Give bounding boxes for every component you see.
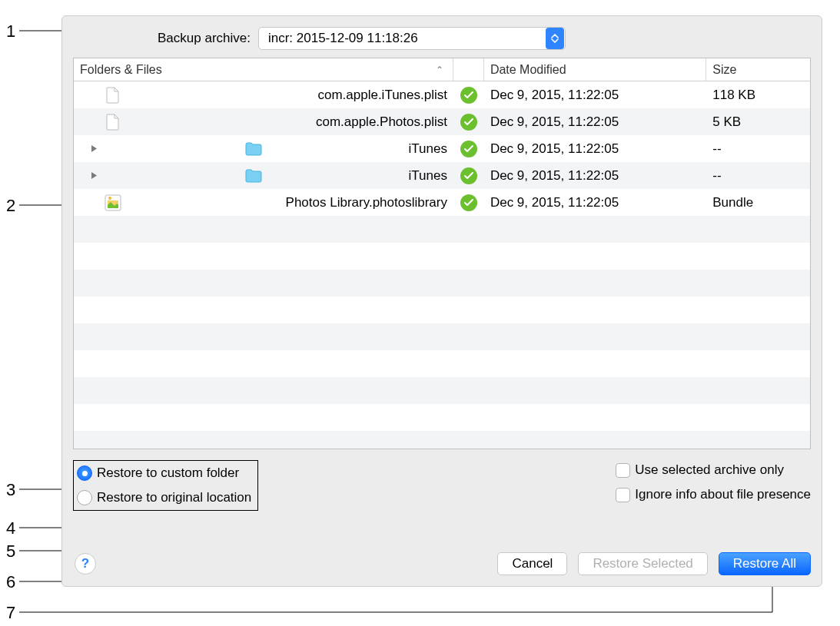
- file-name: com.apple.Photos.plist: [316, 114, 447, 130]
- callout-4: 4: [6, 518, 15, 538]
- cell-name: Photos Library.photoslibrary: [74, 189, 453, 216]
- callout-3: 3: [6, 480, 15, 500]
- file-table: Folders & Files ⌃ Date Modified Size com…: [73, 58, 811, 449]
- cell-name: iTunes: [74, 162, 453, 189]
- cell-size: --: [706, 135, 810, 162]
- file-icon: [105, 114, 121, 131]
- cell-status: [453, 108, 484, 135]
- callout-2: 2: [6, 196, 15, 216]
- restore-all-button[interactable]: Restore All: [719, 552, 811, 575]
- cell-date: Dec 9, 2015, 11:22:05: [484, 135, 706, 162]
- archive-select[interactable]: incr: 2015-12-09 11:18:26: [258, 27, 566, 50]
- empty-row: [74, 270, 810, 296]
- help-button[interactable]: ?: [75, 553, 96, 575]
- disclosure-triangle-icon[interactable]: [89, 144, 98, 153]
- column-header-date-label: Date Modified: [490, 63, 566, 77]
- archive-label: Backup archive:: [158, 31, 251, 46]
- cell-size: 118 KB: [706, 81, 810, 108]
- table-row[interactable]: iTunesDec 9, 2015, 11:22:05--: [74, 162, 810, 189]
- folder-icon: [245, 141, 262, 157]
- radio-icon: [77, 490, 92, 505]
- check-ok-icon: [460, 141, 477, 157]
- empty-row: [74, 404, 810, 431]
- options-area: Restore to custom folder Restore to orig…: [73, 460, 811, 511]
- callout-5: 5: [6, 542, 15, 561]
- radio-original-label: Restore to original location: [97, 490, 251, 505]
- file-name: iTunes: [409, 168, 447, 184]
- column-header-name[interactable]: Folders & Files ⌃: [74, 58, 453, 81]
- disclosure-triangle-icon[interactable]: [89, 171, 98, 180]
- cell-date: Dec 9, 2015, 11:22:05: [484, 189, 706, 216]
- radio-custom-label: Restore to custom folder: [97, 465, 239, 481]
- column-header-size-label: Size: [712, 63, 736, 77]
- table-row[interactable]: com.apple.Photos.plistDec 9, 2015, 11:22…: [74, 108, 810, 135]
- empty-row: [74, 243, 810, 270]
- radio-original-location[interactable]: Restore to original location: [77, 488, 251, 508]
- table-header: Folders & Files ⌃ Date Modified Size: [74, 58, 810, 81]
- cell-status: [453, 189, 484, 216]
- checkbox-ignore-presence[interactable]: Ignore info about file presence: [616, 485, 811, 505]
- cell-name: iTunes: [74, 135, 453, 162]
- table-row[interactable]: iTunesDec 9, 2015, 11:22:05--: [74, 135, 810, 162]
- archive-selected-value: incr: 2015-12-09 11:18:26: [268, 31, 418, 46]
- cell-name: com.apple.iTunes.plist: [74, 81, 453, 108]
- archive-row: Backup archive: incr: 2015-12-09 11:18:2…: [158, 27, 811, 50]
- select-arrows-icon: [546, 28, 564, 49]
- table-row[interactable]: Photos Library.photoslibraryDec 9, 2015,…: [74, 189, 810, 216]
- checkbox-icon: [616, 463, 630, 478]
- checkbox-archive-only-label: Use selected archive only: [635, 462, 784, 478]
- cell-date: Dec 9, 2015, 11:22:05: [484, 108, 706, 135]
- cell-status: [453, 135, 484, 162]
- column-header-size[interactable]: Size: [706, 58, 810, 81]
- empty-row: [74, 216, 810, 243]
- table-body: com.apple.iTunes.plistDec 9, 2015, 11:22…: [74, 81, 810, 449]
- cell-date: Dec 9, 2015, 11:22:05: [484, 162, 706, 189]
- cancel-button[interactable]: Cancel: [497, 552, 567, 575]
- table-row[interactable]: com.apple.iTunes.plistDec 9, 2015, 11:22…: [74, 81, 810, 108]
- empty-row: [74, 323, 810, 350]
- restore-selected-button[interactable]: Restore Selected: [578, 552, 707, 575]
- checkbox-archive-only[interactable]: Use selected archive only: [616, 460, 811, 480]
- callout-1: 1: [6, 22, 15, 41]
- cell-size: --: [706, 162, 810, 189]
- empty-row: [74, 431, 810, 449]
- check-ok-icon: [460, 114, 477, 131]
- check-ok-icon: [460, 87, 477, 104]
- restore-dialog: Backup archive: incr: 2015-12-09 11:18:2…: [61, 15, 822, 587]
- column-header-date[interactable]: Date Modified: [484, 58, 706, 81]
- callout-6: 6: [6, 572, 15, 592]
- button-row: ? Cancel Restore Selected Restore All: [73, 552, 811, 575]
- file-icon: [105, 87, 121, 104]
- restore-options-group: Use selected archive only Ignore info ab…: [616, 460, 811, 511]
- cell-name: com.apple.Photos.plist: [74, 108, 453, 135]
- svg-point-12: [108, 197, 111, 200]
- empty-row: [74, 296, 810, 323]
- empty-row: [74, 350, 810, 377]
- photos-library-icon: [105, 194, 121, 211]
- empty-row: [74, 377, 810, 404]
- radio-custom-folder[interactable]: Restore to custom folder: [77, 463, 251, 483]
- check-ok-icon: [460, 167, 477, 184]
- cell-status: [453, 81, 484, 108]
- cell-size: Bundle: [706, 189, 810, 216]
- sort-caret-icon: ⌃: [436, 65, 443, 75]
- folder-icon: [245, 167, 262, 184]
- file-name: Photos Library.photoslibrary: [286, 195, 447, 210]
- file-name: com.apple.iTunes.plist: [317, 88, 447, 103]
- cell-status: [453, 162, 484, 189]
- checkbox-icon: [616, 488, 630, 502]
- checkbox-ignore-presence-label: Ignore info about file presence: [635, 487, 811, 502]
- radio-icon: [77, 465, 92, 481]
- restore-location-group: Restore to custom folder Restore to orig…: [73, 460, 258, 511]
- cell-date: Dec 9, 2015, 11:22:05: [484, 81, 706, 108]
- check-ok-icon: [460, 194, 477, 211]
- callout-7: 7: [6, 603, 15, 623]
- column-header-status[interactable]: [453, 58, 484, 81]
- cell-size: 5 KB: [706, 108, 810, 135]
- column-header-name-label: Folders & Files: [80, 63, 162, 77]
- file-name: iTunes: [409, 141, 447, 157]
